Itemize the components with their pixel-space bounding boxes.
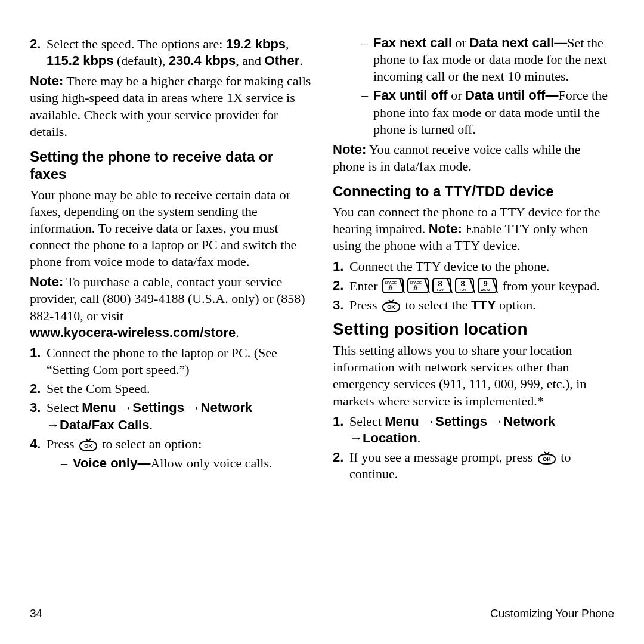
- paragraph: You can connect the phone to a TTY devic…: [333, 204, 614, 254]
- list-item: – Fax until off or Data until off—Force …: [361, 87, 614, 137]
- right-column: – Fax next call or Data next call—Set th…: [333, 32, 614, 600]
- note: Note: To purchase a cable, contact your …: [30, 274, 311, 341]
- ok-key-icon: [380, 299, 402, 313]
- list-item: 2. If you see a message prompt, press to…: [333, 449, 614, 482]
- list-item: 1. Connect the TTY device to the phone.: [333, 258, 614, 275]
- list-item: 3. Select MenuSettingsNetworkData/Fax Ca…: [30, 400, 311, 433]
- arrow-icon: [419, 414, 436, 429]
- list-item: 1. Connect the phone to the laptop or PC…: [30, 345, 311, 378]
- item-number: 2.: [30, 36, 47, 69]
- columns: 2. Select the speed. The options are: 19…: [30, 32, 614, 600]
- manual-page: 2. Select the speed. The options are: 19…: [0, 0, 644, 644]
- note-label: Note:: [30, 274, 63, 289]
- list-item: 2. Set the Com Speed.: [30, 380, 311, 397]
- paragraph: This setting allows you to share your lo…: [333, 342, 614, 410]
- note: Note: There may be a higher charge for m…: [30, 73, 311, 140]
- note-label: Note:: [333, 142, 366, 157]
- list-item: – Voice only—Allow only voice calls.: [61, 455, 311, 472]
- eight-key-icon: [454, 277, 476, 294]
- hash-key-icon: [407, 277, 431, 294]
- page-number: 34: [30, 607, 42, 620]
- chapter-title: Customizing Your Phone: [490, 607, 614, 620]
- arrow-icon: [184, 400, 201, 415]
- list-item: 2. Enter from your keypad.: [333, 277, 614, 295]
- list-item: 3. Press to select the TTY option.: [333, 297, 614, 314]
- note: Note: You cannot receive voice calls whi…: [333, 141, 614, 175]
- hash-key-icon: [382, 277, 405, 294]
- paragraph: Your phone may be able to receive certai…: [30, 187, 311, 271]
- key-sequence: [381, 278, 499, 293]
- arrow-icon: [47, 417, 60, 432]
- ok-key-icon: [536, 451, 558, 465]
- ok-key-icon: [78, 438, 99, 452]
- arrow-icon: [349, 431, 363, 445]
- store-url: www.kyocera-wireless.com/store: [30, 325, 236, 340]
- left-column: 2. Select the speed. The options are: 19…: [30, 32, 311, 600]
- arrow-icon: [116, 400, 133, 415]
- list-item: 2. Select the speed. The options are: 19…: [30, 36, 311, 69]
- nine-key-icon: [477, 277, 499, 294]
- eight-key-icon: [432, 277, 453, 294]
- heading-location: Setting position location: [333, 320, 614, 339]
- page-footer: 34 Customizing Your Phone: [30, 607, 614, 620]
- item-body: Select the speed. The options are: 19.2 …: [47, 36, 311, 69]
- heading-tty: Connecting to a TTY/TDD device: [333, 183, 614, 200]
- list-item: 4. Press to select an option: – Voice on…: [30, 436, 311, 474]
- list-item: 1. Select MenuSettingsNetworkLocation.: [333, 413, 614, 447]
- note-label: Note:: [30, 73, 63, 88]
- list-item: – Fax next call or Data next call—Set th…: [361, 35, 614, 85]
- arrow-icon: [487, 414, 504, 429]
- heading-data-fax: Setting the phone to receive data or fax…: [30, 148, 311, 183]
